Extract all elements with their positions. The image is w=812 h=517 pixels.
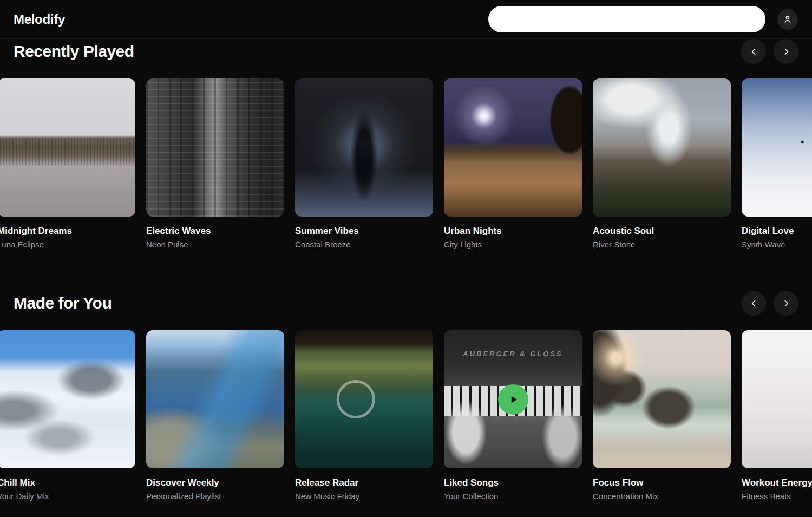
playlist-card[interactable]: AUBERGER & GLOSS Liked Songs Your Collec… [444, 330, 582, 501]
playlist-card[interactable]: Midnight Dreams Luna Eclipse [0, 78, 135, 250]
search-input[interactable] [488, 6, 765, 32]
album-cover[interactable] [295, 78, 433, 217]
card-subtitle: Synth Wave [742, 240, 812, 250]
card-subtitle: City Lights [444, 240, 582, 250]
card-title: Focus Flow [593, 477, 731, 488]
carousel-nav [741, 291, 798, 316]
playlist-card[interactable]: Acoustic Soul River Stone [593, 78, 731, 250]
card-title: Digital Love [742, 226, 812, 237]
card-title: Release Radar [295, 477, 433, 488]
section-made-for-you: Made for You Chill Mix Your Daily Mix Di… [0, 291, 812, 501]
album-cover[interactable] [593, 330, 731, 468]
album-cover[interactable]: AUBERGER & GLOSS [444, 330, 582, 468]
piano-brand-text: AUBERGER & GLOSS [444, 350, 582, 358]
playlist-card[interactable]: Release Radar New Music Friday [295, 330, 433, 501]
playlist-card[interactable]: Workout Energy Fitness Beats [742, 330, 812, 501]
card-subtitle: Your Daily Mix [0, 492, 135, 501]
card-title: Midnight Dreams [0, 226, 135, 237]
playlist-card[interactable]: Discover Weekly Personalized Playlist [146, 330, 284, 501]
album-cover[interactable] [742, 78, 812, 217]
album-cover[interactable] [0, 330, 135, 468]
album-cover[interactable] [0, 78, 135, 217]
card-title: Urban Nights [444, 226, 582, 237]
carousel-prev-button[interactable] [741, 291, 766, 316]
card-title: Electric Waves [146, 226, 284, 237]
section-recently-played: Recently Played Midnight Dreams Luna Ecl… [0, 39, 812, 250]
card-subtitle: Luna Eclipse [0, 240, 135, 250]
card-subtitle: Coastal Breeze [295, 240, 433, 250]
card-title: Liked Songs [444, 477, 582, 488]
section-title: Made for You [14, 294, 112, 312]
album-cover[interactable] [295, 330, 433, 468]
card-row: Midnight Dreams Luna Eclipse Electric Wa… [0, 78, 812, 250]
card-subtitle: New Music Friday [295, 492, 433, 501]
playlist-card[interactable]: Focus Flow Concentration Mix [593, 330, 731, 501]
album-cover[interactable] [146, 330, 284, 468]
chevron-left-icon [749, 299, 758, 308]
chevron-right-icon [782, 299, 791, 308]
chevron-right-icon [782, 47, 791, 56]
card-subtitle: Fitness Beats [742, 492, 812, 501]
user-icon [782, 14, 793, 25]
app-header: Melodify [0, 0, 812, 39]
album-cover[interactable] [444, 78, 582, 217]
card-title: Discover Weekly [146, 477, 284, 488]
card-subtitle: Your Collection [444, 492, 582, 501]
card-subtitle: Neon Pulse [146, 240, 284, 250]
playlist-card[interactable]: Electric Waves Neon Pulse [146, 78, 284, 250]
album-cover[interactable] [146, 78, 284, 217]
carousel-nav [741, 39, 798, 64]
album-cover[interactable] [593, 78, 731, 217]
card-title: Summer Vibes [295, 226, 433, 237]
carousel-prev-button[interactable] [741, 39, 766, 64]
chevron-left-icon [749, 47, 758, 56]
playlist-card[interactable]: Digital Love Synth Wave [742, 78, 812, 250]
carousel-next-button[interactable] [774, 291, 798, 316]
section-header: Recently Played [14, 39, 798, 64]
play-button[interactable] [498, 384, 528, 415]
playlist-card[interactable]: Summer Vibes Coastal Breeze [295, 78, 433, 250]
album-cover[interactable] [742, 330, 812, 468]
carousel-next-button[interactable] [774, 39, 798, 64]
playlist-card[interactable]: Chill Mix Your Daily Mix [0, 330, 135, 501]
playlist-card[interactable]: Urban Nights City Lights [444, 78, 582, 250]
app-logo: Melodify [14, 12, 65, 27]
section-header: Made for You [14, 291, 798, 316]
card-title: Chill Mix [0, 477, 135, 488]
card-row: Chill Mix Your Daily Mix Discover Weekly… [0, 330, 812, 501]
card-subtitle: Concentration Mix [593, 492, 731, 501]
play-icon [506, 392, 520, 407]
card-title: Acoustic Soul [593, 226, 731, 237]
profile-button[interactable] [777, 9, 798, 30]
card-title: Workout Energy [742, 477, 812, 488]
section-title: Recently Played [14, 42, 134, 61]
card-subtitle: Personalized Playlist [146, 492, 284, 501]
card-subtitle: River Stone [593, 240, 731, 250]
